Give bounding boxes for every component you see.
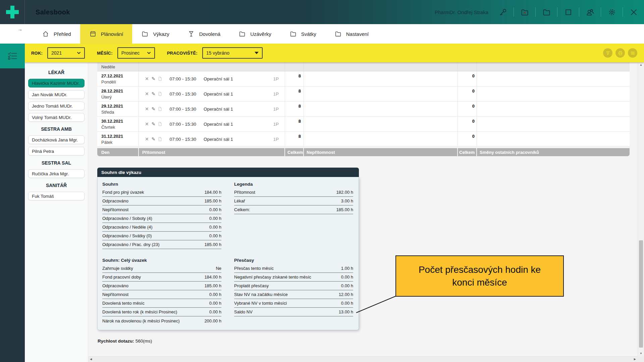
edit-shift-icon[interactable]: ✎ — [152, 92, 156, 96]
menu-button[interactable] — [628, 48, 637, 58]
summary-row-value: 185.00 h — [336, 207, 353, 212]
schedule-row: 29.12.2021 Středa ✕ ✎ 07:00 - 15:30 Oper… — [97, 102, 630, 117]
summary-row: Proplatit přesčasy 0.00 h — [234, 282, 353, 290]
employee-item[interactable]: Jan Novák MUDr. — [28, 90, 85, 99]
edit-shift-icon[interactable]: ✎ — [152, 122, 156, 126]
delete-shift-icon[interactable]: ✕ — [145, 122, 149, 126]
row-date: 31.12.2021 — [101, 134, 139, 139]
summary-row-label: Proplatit přesčasy — [234, 283, 269, 288]
employee-item[interactable]: Pilná Petra — [28, 147, 85, 156]
rok-select[interactable]: 2021 — [47, 47, 85, 59]
scroll-right-icon[interactable]: ▶ — [634, 358, 636, 361]
shift-time: 07:00 - 15:30 — [169, 122, 196, 127]
summary-row-value: 0.00 h — [209, 225, 221, 230]
annotation-box: Počet přesčasových hodin ke konci měsíce — [395, 255, 564, 297]
scroll-down-icon[interactable]: ▼ — [638, 352, 644, 355]
row-celkem-nepritomnost: 0 — [458, 102, 477, 116]
close-icon[interactable] — [629, 7, 639, 17]
employee-name: Docházková Jana Mgr. — [32, 137, 78, 142]
left-nav-rail — [0, 68, 25, 362]
summary-row-value: 184.00 h — [204, 190, 221, 195]
summary-row-label: Vybrané NV v tomto měsíci — [234, 301, 287, 306]
tab-svatky[interactable]: Svátky — [280, 24, 325, 44]
employee-item[interactable]: Volný Tomáš MUDr. — [28, 113, 85, 122]
tab-vykazy[interactable]: Výkazy — [132, 24, 178, 44]
folder-icon[interactable] — [541, 7, 551, 17]
row-day: Neděle — [101, 64, 139, 69]
pracoviste-select[interactable]: 15 vybráno — [202, 47, 263, 59]
summary-row-value: 0.00 h — [209, 309, 221, 314]
users-icon[interactable] — [585, 7, 595, 17]
shift-note-icon[interactable] — [158, 92, 162, 96]
delete-shift-icon[interactable]: ✕ — [145, 76, 149, 81]
summary-row-value: 0.00 h — [209, 301, 221, 306]
employee-item[interactable]: Fuk Tomáš — [28, 192, 85, 200]
row-day: Úterý — [101, 95, 139, 100]
shift-tag: 1P — [273, 76, 279, 81]
tab-dovolena[interactable]: Dovolená — [178, 24, 229, 44]
summary-row: Odpracováno / Prac. dny (23) 185.00 h — [102, 240, 221, 249]
summary-row-value: 185.00 h — [204, 242, 221, 247]
pracoviste-value: 15 vybráno — [206, 50, 229, 56]
tab-label: Dovolená — [199, 31, 220, 37]
vertical-scrollbar-thumb[interactable] — [639, 240, 643, 348]
shift-note-icon[interactable] — [158, 137, 162, 141]
mesic-select[interactable]: Prosinec — [117, 47, 155, 59]
summary-row: Odpracováno / Soboty (4) 0.00 h — [102, 214, 221, 223]
main-content: 26.12.2021 Neděle 8 0 27.12.2021 Pondělí… — [88, 62, 638, 356]
shift-note-icon[interactable] — [158, 107, 162, 111]
vertical-scrollbar[interactable]: ▲ ▼ — [638, 62, 644, 356]
employee-item[interactable]: Docházková Jana Mgr. — [28, 135, 85, 144]
employee-group-title: SESTRA SAL — [25, 160, 88, 166]
row-day: Čtvrtek — [101, 125, 139, 130]
row-celkem-nepritomnost: 0 — [458, 117, 477, 131]
shift-tag: 1P — [273, 137, 279, 142]
employee-item[interactable]: Hlavička Kazimír MUDr. — [28, 79, 85, 87]
summary-row-label: Celkem: — [234, 207, 250, 212]
summary-row-value: 185.00 h — [204, 198, 221, 203]
employee-group: SANITÁŘ Fuk Tomáš — [25, 183, 88, 200]
gear-icon[interactable] — [607, 7, 617, 17]
calendar-icon — [89, 30, 97, 38]
employee-panel: LÉKAŘ Hlavička Kazimír MUDr. Jan Novák M… — [25, 62, 88, 362]
tab-prehled[interactable]: Přehled — [33, 24, 80, 44]
row-nepritomnost — [304, 86, 458, 101]
header-divider — [623, 7, 623, 17]
delete-shift-icon[interactable]: ✕ — [145, 137, 149, 141]
horizontal-scrollbar[interactable]: ◀ ▶ — [88, 356, 638, 362]
shift-tag: 1P — [273, 107, 279, 112]
row-day: Pátek — [101, 140, 139, 145]
key-icon[interactable] — [498, 7, 508, 17]
summary-row: Negativní přesčasy získané tento měsíc 0… — [234, 273, 353, 282]
employee-item[interactable]: Ručička Jirka Mgr. — [28, 169, 85, 178]
print-button[interactable] — [615, 48, 625, 58]
footer-col-nepritomnost: Nepřítomnost — [304, 148, 458, 156]
folder-n-icon[interactable]: N — [520, 7, 530, 17]
scroll-up-icon[interactable]: ▲ — [638, 64, 644, 66]
square-icon[interactable] — [563, 7, 573, 17]
delete-shift-icon[interactable]: ✕ — [145, 92, 149, 96]
tab-uzaverky[interactable]: Uzávěrky — [229, 24, 280, 44]
edit-shift-icon[interactable]: ✎ — [152, 76, 156, 81]
tab-planovani[interactable]: Plánování — [80, 24, 132, 44]
summary-section: Přesčasy Přesčas tento měsíc 1.00 h Nega… — [234, 256, 353, 325]
shift-note-icon[interactable] — [158, 122, 162, 126]
filter-button[interactable] — [603, 48, 612, 58]
schedule-body: 27.12.2021 Pondělí ✕ ✎ 07:00 - 15:30 Ope… — [97, 71, 630, 147]
delete-shift-icon[interactable]: ✕ — [145, 107, 149, 111]
shift-note-icon[interactable] — [158, 76, 162, 81]
row-date: 28.12.2021 — [101, 88, 139, 94]
forward-arrow-icon[interactable]: → — [17, 26, 22, 32]
employee-item[interactable]: Jedno Tomáš MUDr. — [28, 102, 85, 110]
edit-shift-icon[interactable]: ✎ — [152, 137, 156, 141]
summary-row-label: Fond pracovní doby — [102, 275, 141, 280]
summary-row-label: Odpracováno / Prac. dny (23) — [102, 242, 160, 247]
summary-row-value: 12.00 h — [339, 292, 353, 297]
shift-tag: 1P — [273, 122, 279, 127]
worklist-rail-button[interactable] — [0, 44, 25, 68]
row-smeny — [477, 117, 630, 131]
edit-shift-icon[interactable]: ✎ — [152, 107, 156, 111]
tab-nastaveni[interactable]: Nastavení — [325, 24, 378, 44]
scroll-left-icon[interactable]: ◀ — [90, 358, 92, 361]
employee-name: Hlavička Kazimír MUDr. — [32, 81, 80, 86]
